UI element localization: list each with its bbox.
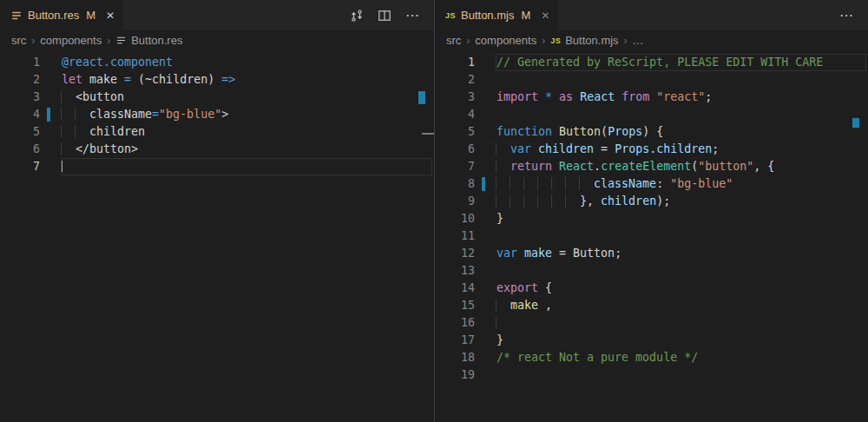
code-line-content[interactable]: export { — [496, 280, 866, 297]
code-line-content[interactable]: return React.createElement("button", { — [496, 158, 866, 175]
code-text: className="bg-blue"> — [61, 108, 228, 121]
close-icon[interactable]: ✕ — [541, 10, 549, 21]
overview-ruler[interactable] — [422, 50, 434, 422]
gutter-decoration — [475, 89, 496, 106]
code-text: @react.component — [61, 56, 173, 69]
code-editor-button-mjs[interactable]: 1// Generated by ReScript, PLEASE EDIT W… — [435, 50, 868, 422]
indent-guide — [496, 316, 496, 329]
code-line-content[interactable]: } — [496, 210, 866, 227]
breadcrumb-item[interactable]: src — [446, 34, 461, 47]
gutter-decoration — [475, 210, 496, 227]
code-line-content[interactable]: // Generated by ReScript, PLEASE EDIT WI… — [496, 54, 866, 71]
token: * — [545, 90, 552, 103]
token: </button> — [62, 142, 138, 155]
gutter-decoration — [475, 141, 496, 158]
line-number: 7 — [0, 158, 40, 175]
close-icon[interactable]: ✕ — [106, 10, 115, 21]
code-text: } — [496, 212, 503, 225]
editor-group-right: JS Button.mjs M ✕ ⋯ src›components›JSBut… — [434, 0, 868, 422]
code-line-content[interactable]: className: "bg-blue" — [496, 175, 866, 193]
code-line-content[interactable] — [496, 314, 866, 332]
open-changes-icon[interactable] — [350, 9, 364, 23]
token: @react.component — [62, 56, 173, 69]
code-text: } — [496, 333, 503, 346]
code-line-content[interactable]: </button> — [61, 141, 432, 158]
code-line-content[interactable]: @react.component — [61, 54, 432, 71]
line-number: 2 — [435, 71, 475, 89]
token: (~children) — [131, 73, 221, 86]
token: make — [82, 73, 124, 86]
breadcrumb-item[interactable]: JSButton.mjs — [550, 34, 618, 47]
code-text: // Generated by ReScript, PLEASE EDIT WI… — [496, 56, 823, 69]
code-line-content[interactable]: make , — [496, 297, 866, 314]
code-line-content[interactable] — [496, 71, 866, 89]
gutter-decoration — [475, 158, 496, 175]
indent-guide — [61, 90, 62, 103]
breadcrumb-item[interactable]: src — [11, 34, 26, 47]
code-line-content[interactable] — [496, 227, 866, 245]
breadcrumb-item[interactable]: components — [475, 34, 536, 47]
code-line-content[interactable]: let make = (~children) => — [61, 71, 432, 89]
editor-actions-left: ⋯ — [350, 0, 420, 30]
breadcrumb-label: components — [40, 34, 102, 47]
indent-guide — [496, 195, 496, 208]
token: = — [594, 142, 615, 155]
code-line-content[interactable] — [496, 366, 866, 384]
code-line-content[interactable]: function Button(Props) { — [496, 123, 866, 141]
gutter-decoration — [40, 106, 61, 123]
code-line-content[interactable]: className="bg-blue"> — [61, 106, 432, 123]
gutter-decoration — [475, 280, 496, 297]
breadcrumb-item[interactable]: Button.res — [115, 34, 182, 47]
indent-guide — [510, 195, 510, 208]
tab-button-res[interactable]: Button.res M ✕ — [0, 0, 123, 30]
code-line-content[interactable]: /* react Not a pure module */ — [496, 349, 866, 366]
token: ); — [656, 195, 670, 208]
line-number: 12 — [435, 245, 475, 262]
overview-ruler-modified-marker — [418, 91, 425, 104]
code-text — [496, 229, 496, 242]
editor-group-left: Button.res M ✕ — [0, 0, 434, 422]
breadcrumb-item[interactable]: … — [633, 34, 644, 47]
code-line: 1@react.component — [0, 54, 434, 71]
line-number: 13 — [435, 262, 475, 280]
code-text: import * as React from "react"; — [496, 90, 712, 103]
code-line-content[interactable]: children — [61, 123, 432, 141]
indent-guide — [75, 125, 76, 138]
gutter-decoration — [40, 89, 61, 106]
code-editor-button-res[interactable]: 1@react.component2let make = (~children)… — [0, 50, 434, 422]
code-text: export { — [496, 281, 552, 294]
code-line-content[interactable] — [496, 262, 866, 280]
overview-ruler[interactable] — [856, 50, 868, 422]
line-number: 1 — [435, 54, 475, 71]
code-line-content[interactable]: } — [496, 332, 866, 349]
code-text: var make = Button; — [496, 247, 621, 260]
js-file-icon: JS — [550, 36, 561, 45]
git-modified-gutter-marker — [47, 108, 50, 122]
token: , — [538, 299, 552, 312]
line-number: 19 — [435, 366, 475, 384]
code-line-content[interactable]: var make = Button; — [496, 245, 866, 262]
more-actions-icon[interactable]: ⋯ — [405, 9, 420, 23]
code-line-content[interactable] — [61, 158, 432, 175]
gutter-decoration — [475, 349, 496, 366]
code-line-content[interactable]: <button — [61, 89, 432, 106]
code-text: return React.createElement("button", { — [496, 160, 774, 173]
more-actions-icon[interactable]: ⋯ — [839, 9, 854, 23]
line-number: 5 — [0, 123, 40, 141]
token: <button — [62, 90, 124, 103]
token: "bg-blue" — [670, 177, 733, 190]
token: : — [656, 177, 670, 190]
code-line: 3import * as React from "react"; — [435, 89, 868, 106]
tab-button-mjs[interactable]: JS Button.mjs M ✕ — [435, 0, 558, 30]
code-line-content[interactable] — [496, 106, 866, 123]
breadcrumb-item[interactable]: components — [40, 34, 102, 47]
code-line: 18/* react Not a pure module */ — [435, 349, 868, 366]
token: export — [496, 281, 538, 294]
code-line-content[interactable]: var children = Props.children; — [496, 141, 866, 158]
code-line-content[interactable]: import * as React from "react"; — [496, 89, 866, 106]
gutter-decoration — [475, 297, 496, 314]
token: className — [594, 177, 656, 190]
split-editor-icon[interactable] — [378, 9, 391, 23]
line-number: 5 — [435, 123, 475, 141]
code-line-content[interactable]: }, children); — [496, 193, 866, 210]
